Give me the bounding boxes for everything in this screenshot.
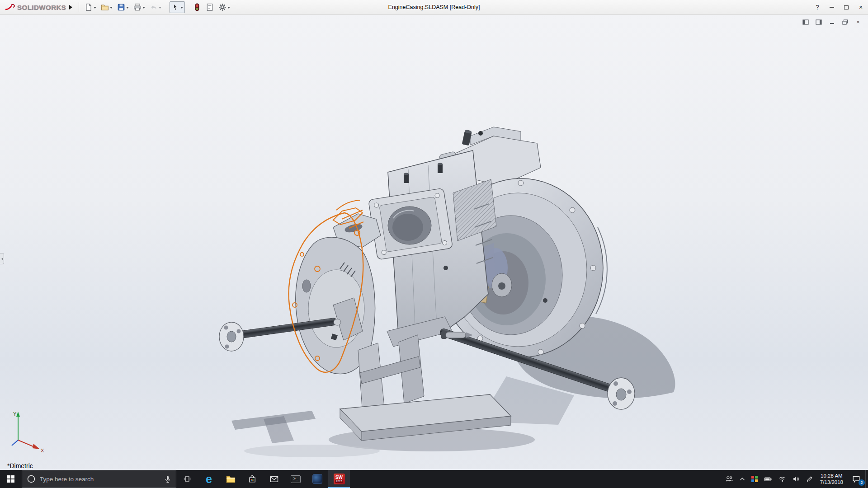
doc-minimize-button[interactable]: [827, 18, 836, 26]
window-controls: ? ×: [810, 0, 868, 14]
open-button[interactable]: [99, 1, 114, 13]
maximize-icon: [844, 5, 849, 9]
mail-button[interactable]: [263, 470, 285, 488]
windows-logo-icon: [7, 475, 14, 483]
dark-blue-app-button[interactable]: [307, 470, 328, 488]
undo-button[interactable]: [148, 1, 163, 13]
action-center-button[interactable]: 2: [847, 470, 865, 488]
toggle-right-panel-button[interactable]: [814, 18, 823, 26]
edge-browser-button[interactable]: e: [198, 470, 220, 488]
options-button[interactable]: [217, 1, 232, 13]
tray-app-button[interactable]: [748, 470, 761, 488]
search-input[interactable]: [40, 476, 160, 483]
file-properties-icon: [206, 3, 214, 11]
view-orientation-label: *Dimetric: [7, 462, 33, 469]
wifi-icon: [778, 476, 786, 482]
microphone-icon[interactable]: [164, 475, 171, 483]
save-icon: [117, 3, 125, 11]
panel-left-icon: [802, 19, 809, 25]
pen-button[interactable]: [803, 470, 816, 488]
solidworks-logo-icon: [5, 4, 15, 11]
notification-badge: 2: [859, 479, 865, 486]
toggle-left-panel-button[interactable]: [801, 18, 810, 26]
windows-taskbar: e >_: [0, 470, 868, 488]
select-cursor-icon: [171, 3, 179, 11]
print-button[interactable]: [132, 1, 147, 13]
triad-x-label: X: [41, 448, 44, 453]
edge-icon: e: [206, 474, 212, 485]
file-properties-button[interactable]: [204, 1, 216, 13]
engine-casing-model: [0, 15, 868, 470]
doc-close-button[interactable]: ×: [854, 18, 863, 26]
battery-icon: [764, 476, 772, 482]
clock-time: 10:28 AM: [821, 473, 843, 479]
task-view-icon: [183, 475, 191, 483]
minimize-icon: [830, 7, 834, 8]
options-dropdown[interactable]: [227, 3, 230, 11]
options-gear-icon: [218, 3, 226, 11]
new-document-icon: [85, 3, 93, 11]
undo-icon: [150, 3, 158, 11]
open-folder-icon: [101, 3, 109, 11]
triad-y-label: Y: [13, 411, 17, 417]
taskbar-search[interactable]: [22, 470, 176, 488]
task-view-button[interactable]: [176, 470, 198, 488]
people-button[interactable]: [722, 470, 736, 488]
speaker-icon: [793, 476, 800, 482]
chevron-up-icon: [740, 477, 745, 481]
doc-restore-icon: [842, 19, 848, 25]
file-explorer-button[interactable]: [220, 470, 241, 488]
command-prompt-button[interactable]: >_: [285, 470, 307, 488]
show-desktop-button[interactable]: [865, 470, 868, 488]
quick-access-toolbar: [83, 1, 232, 13]
doc-minimize-icon: [830, 19, 835, 24]
network-button[interactable]: [775, 470, 789, 488]
toolbar-separator: [79, 2, 79, 12]
start-button[interactable]: [0, 470, 22, 488]
save-dropdown[interactable]: [126, 3, 129, 11]
select-button[interactable]: [170, 1, 185, 13]
help-button[interactable]: ?: [810, 0, 825, 14]
undo-dropdown[interactable]: [159, 3, 161, 11]
title-bar: SOLIDWORKS: [0, 0, 868, 15]
new-document-button[interactable]: [83, 1, 98, 13]
save-button[interactable]: [115, 1, 131, 13]
battery-button[interactable]: [761, 470, 775, 488]
panel-right-icon: [816, 19, 822, 25]
feature-manager-collapsed-tab[interactable]: [0, 253, 4, 264]
volume-button[interactable]: [789, 470, 803, 488]
doc-restore-button[interactable]: [840, 18, 849, 26]
cortana-icon: [27, 474, 36, 483]
new-document-dropdown[interactable]: [94, 3, 96, 11]
dark-blue-app-icon: [312, 474, 322, 484]
maximize-button[interactable]: [839, 0, 854, 14]
solidworks-taskbar-button[interactable]: SW 2017: [328, 470, 350, 488]
rebuild-traffic-light-icon: [193, 3, 201, 11]
solidworks-window: SOLIDWORKS: [0, 0, 868, 488]
tray-color-app-icon: [751, 476, 758, 482]
hidden-icons-button[interactable]: [736, 470, 748, 488]
store-button[interactable]: [241, 470, 263, 488]
minimize-button[interactable]: [825, 0, 839, 14]
graphics-area[interactable]: × Y X *Dimetric: [0, 15, 868, 470]
system-tray: 10:28 AM 7/13/2018 2: [722, 470, 868, 488]
print-dropdown[interactable]: [142, 3, 145, 11]
print-icon: [133, 3, 142, 11]
close-button[interactable]: ×: [854, 0, 868, 14]
brand-text: SOLIDWORKS: [17, 4, 66, 11]
clock-date: 7/13/2018: [820, 479, 843, 485]
command-prompt-icon: >_: [291, 475, 301, 483]
mail-icon: [270, 476, 278, 483]
solidworks-app-icon: SW 2017: [334, 474, 345, 484]
file-explorer-icon: [226, 475, 236, 483]
menu-flyout-arrow-icon[interactable]: [69, 3, 75, 11]
reference-triad: Y X: [7, 408, 48, 454]
select-dropdown[interactable]: [180, 3, 183, 11]
open-dropdown[interactable]: [110, 3, 113, 11]
window-title: EngineCasing.SLDASM [Read-Only]: [388, 4, 480, 10]
pen-icon: [806, 476, 813, 483]
taskbar-clock[interactable]: 10:28 AM 7/13/2018: [816, 470, 847, 488]
rebuild-button[interactable]: [191, 1, 203, 13]
people-icon: [725, 475, 733, 483]
store-bag-icon: [248, 475, 256, 483]
